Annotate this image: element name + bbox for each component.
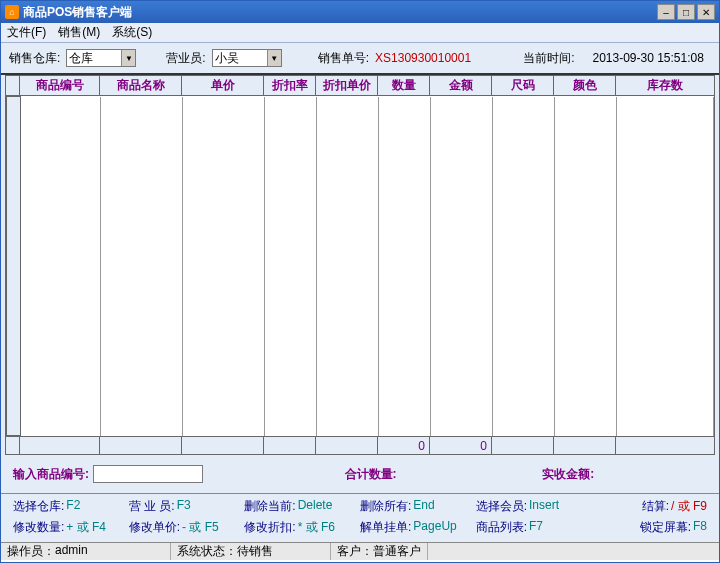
sc-list-key: F7 bbox=[529, 519, 543, 536]
status-state-value: 待销售 bbox=[237, 543, 273, 560]
received-amount-label: 实收金额: bbox=[542, 466, 594, 483]
col-price[interactable]: 单价 bbox=[182, 76, 264, 96]
time-value: 2013-09-30 15:51:08 bbox=[592, 51, 703, 65]
status-cust-label: 客户： bbox=[337, 543, 373, 560]
grid-body[interactable] bbox=[5, 96, 715, 436]
col-code[interactable]: 商品编号 bbox=[20, 76, 100, 96]
status-cust-value: 普通客户 bbox=[373, 543, 421, 560]
col-color[interactable]: 颜色 bbox=[554, 76, 616, 96]
app-icon: ⌂ bbox=[5, 5, 19, 19]
chevron-down-icon[interactable]: ▼ bbox=[121, 50, 135, 66]
sc-qty-key: + 或 F4 bbox=[66, 519, 106, 536]
sc-hold-label: 解单挂单: bbox=[360, 519, 411, 536]
sc-settle-label: 结算: bbox=[642, 498, 669, 515]
status-op-label: 操作员： bbox=[7, 543, 55, 560]
sc-member-label: 选择会员: bbox=[476, 498, 527, 515]
time-label: 当前时间: bbox=[523, 50, 574, 67]
sc-qty-label: 修改数量: bbox=[13, 519, 64, 536]
col-size[interactable]: 尺码 bbox=[492, 76, 554, 96]
sysbtns: – □ ✕ bbox=[655, 4, 715, 20]
warehouse-combo[interactable]: ▼ bbox=[66, 49, 136, 67]
sum-amount: 0 bbox=[430, 437, 492, 455]
sc-hold-key: PageUp bbox=[413, 519, 456, 536]
sc-delcur-key: Delete bbox=[298, 498, 333, 515]
row-header-blank bbox=[6, 76, 20, 96]
sales-combo[interactable]: ▼ bbox=[212, 49, 282, 67]
status-state-label: 系统状态： bbox=[177, 543, 237, 560]
grid-header: 商品编号 商品名称 单价 折扣率 折扣单价 数量 金额 尺码 颜色 库存数 bbox=[5, 75, 715, 96]
menu-system[interactable]: 系统(S) bbox=[112, 24, 152, 41]
col-name[interactable]: 商品名称 bbox=[100, 76, 182, 96]
window-title: 商品POS销售客户端 bbox=[23, 4, 655, 21]
sc-delcur-label: 删除当前: bbox=[244, 498, 295, 515]
warehouse-label: 销售仓库: bbox=[9, 50, 60, 67]
status-bar: 操作员：admin 系统状态：待销售 客户：普通客户 bbox=[1, 542, 719, 560]
sum-qty: 0 bbox=[378, 437, 430, 455]
sc-warehouse-key: F2 bbox=[66, 498, 80, 515]
sc-warehouse-label: 选择仓库: bbox=[13, 498, 64, 515]
sales-label: 营业员: bbox=[166, 50, 205, 67]
shortcut-panel: 选择仓库:F2 营 业 员:F3 删除当前:Delete 删除所有:End 选择… bbox=[1, 493, 719, 542]
menu-file[interactable]: 文件(F) bbox=[7, 24, 46, 41]
input-row: 输入商品编号: 合计数量: 实收金额: bbox=[1, 455, 719, 493]
sc-sales-label: 营 业 员: bbox=[129, 498, 175, 515]
col-qty[interactable]: 数量 bbox=[378, 76, 430, 96]
status-op-value: admin bbox=[55, 543, 88, 560]
code-input-label: 输入商品编号: bbox=[13, 466, 89, 483]
sales-input[interactable] bbox=[213, 51, 267, 65]
close-button[interactable]: ✕ bbox=[697, 4, 715, 20]
menubar: 文件(F) 销售(M) 系统(S) bbox=[1, 23, 719, 43]
sc-list-label: 商品列表: bbox=[476, 519, 527, 536]
sc-settle-key: / 或 F9 bbox=[671, 498, 707, 515]
top-form: 销售仓库: ▼ 营业员: ▼ 销售单号: XS130930010001 当前时间… bbox=[1, 43, 719, 73]
col-rate[interactable]: 折扣率 bbox=[264, 76, 316, 96]
maximize-button[interactable]: □ bbox=[677, 4, 695, 20]
order-number: XS130930010001 bbox=[375, 51, 471, 65]
order-label: 销售单号: bbox=[318, 50, 369, 67]
sc-sales-key: F3 bbox=[177, 498, 191, 515]
sum-row: 0 0 bbox=[5, 436, 715, 455]
sc-lock-key: F8 bbox=[693, 519, 707, 536]
titlebar: ⌂ 商品POS销售客户端 – □ ✕ bbox=[1, 1, 719, 23]
col-stock[interactable]: 库存数 bbox=[616, 76, 715, 96]
code-input[interactable] bbox=[93, 465, 203, 483]
menu-sale[interactable]: 销售(M) bbox=[58, 24, 100, 41]
sc-disc-label: 修改折扣: bbox=[244, 519, 295, 536]
table-wrap: 商品编号 商品名称 单价 折扣率 折扣单价 数量 金额 尺码 颜色 库存数 0 … bbox=[1, 73, 719, 455]
total-qty-label: 合计数量: bbox=[345, 466, 397, 483]
sc-price-label: 修改单价: bbox=[129, 519, 180, 536]
col-amount[interactable]: 金额 bbox=[430, 76, 492, 96]
sc-member-key: Insert bbox=[529, 498, 559, 515]
sc-price-key: - 或 F5 bbox=[182, 519, 219, 536]
sc-delall-key: End bbox=[413, 498, 434, 515]
sc-lock-label: 锁定屏幕: bbox=[640, 519, 691, 536]
table-row[interactable] bbox=[7, 97, 714, 436]
chevron-down-icon[interactable]: ▼ bbox=[267, 50, 281, 66]
sc-disc-key: * 或 F6 bbox=[298, 519, 335, 536]
warehouse-input[interactable] bbox=[67, 51, 121, 65]
minimize-button[interactable]: – bbox=[657, 4, 675, 20]
col-discprice[interactable]: 折扣单价 bbox=[316, 76, 378, 96]
sc-delall-label: 删除所有: bbox=[360, 498, 411, 515]
